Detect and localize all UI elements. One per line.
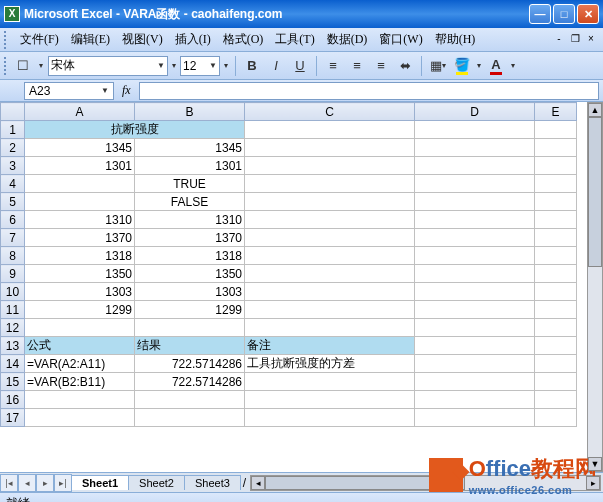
toolbar-button[interactable]: ☐ <box>12 55 34 77</box>
cell[interactable]: 结果 <box>135 337 245 355</box>
cell[interactable]: 抗断强度 <box>25 121 245 139</box>
column-header-c[interactable]: C <box>245 103 415 121</box>
row-header[interactable]: 4 <box>1 175 25 193</box>
cell[interactable] <box>415 391 535 409</box>
sheet-tab-3[interactable]: Sheet3 <box>184 475 241 490</box>
row-header[interactable]: 11 <box>1 301 25 319</box>
cell[interactable]: 722.5714286 <box>135 373 245 391</box>
toolbar-dropdown[interactable]: ▾ <box>475 55 483 77</box>
toolbar-handle[interactable] <box>4 57 10 75</box>
cell[interactable] <box>25 175 135 193</box>
cell[interactable] <box>535 211 577 229</box>
maximize-button[interactable]: □ <box>553 4 575 24</box>
vertical-scrollbar[interactable]: ▲ ▼ <box>587 102 603 472</box>
row-header[interactable]: 9 <box>1 265 25 283</box>
sheet-nav-first[interactable]: |◂ <box>0 474 18 492</box>
borders-button[interactable]: ▦▾ <box>427 55 449 77</box>
row-header[interactable]: 7 <box>1 229 25 247</box>
menu-edit[interactable]: 编辑(E) <box>65 29 116 50</box>
cell[interactable] <box>535 139 577 157</box>
toolbar-handle[interactable] <box>4 31 10 49</box>
cell[interactable]: =VAR(B2:B11) <box>25 373 135 391</box>
cell[interactable] <box>25 319 135 337</box>
scrollbar-thumb[interactable] <box>588 117 602 267</box>
cell[interactable]: 工具抗断强度的方差 <box>245 355 415 373</box>
cell[interactable] <box>415 373 535 391</box>
cell[interactable] <box>415 409 535 427</box>
cell[interactable] <box>245 247 415 265</box>
scroll-down-icon[interactable]: ▼ <box>588 457 602 471</box>
row-header[interactable]: 2 <box>1 139 25 157</box>
row-header[interactable]: 16 <box>1 391 25 409</box>
cell[interactable] <box>245 139 415 157</box>
italic-button[interactable]: I <box>265 55 287 77</box>
cell[interactable]: 1370 <box>135 229 245 247</box>
formula-bar[interactable] <box>139 82 599 100</box>
cell[interactable] <box>535 391 577 409</box>
cell[interactable]: 1299 <box>135 301 245 319</box>
row-header[interactable]: 13 <box>1 337 25 355</box>
cell[interactable] <box>245 157 415 175</box>
cell[interactable] <box>25 409 135 427</box>
merge-center-button[interactable]: ⬌ <box>394 55 416 77</box>
sheet-nav-next[interactable]: ▸ <box>36 474 54 492</box>
cell[interactable] <box>415 175 535 193</box>
column-header-a[interactable]: A <box>25 103 135 121</box>
column-header-d[interactable]: D <box>415 103 535 121</box>
menu-data[interactable]: 数据(D) <box>321 29 374 50</box>
cell[interactable] <box>535 373 577 391</box>
cell[interactable] <box>25 391 135 409</box>
cell[interactable] <box>415 229 535 247</box>
cell[interactable]: 1370 <box>25 229 135 247</box>
cell[interactable] <box>535 193 577 211</box>
cell[interactable] <box>245 283 415 301</box>
doc-minimize-button[interactable]: - <box>552 33 566 47</box>
select-all-corner[interactable] <box>1 103 25 121</box>
cell[interactable] <box>135 391 245 409</box>
cell[interactable] <box>535 121 577 139</box>
cell[interactable] <box>245 301 415 319</box>
cell[interactable] <box>415 265 535 283</box>
cell[interactable] <box>535 283 577 301</box>
menu-view[interactable]: 视图(V) <box>116 29 169 50</box>
cell[interactable] <box>245 391 415 409</box>
fill-color-button[interactable]: 🪣 <box>451 55 473 77</box>
cell[interactable] <box>415 139 535 157</box>
menu-window[interactable]: 窗口(W) <box>373 29 428 50</box>
cell[interactable] <box>535 301 577 319</box>
toolbar-dropdown[interactable]: ▾ <box>509 55 517 77</box>
sheet-tab-1[interactable]: Sheet1 <box>71 475 129 490</box>
cell[interactable]: 722.5714286 <box>135 355 245 373</box>
cell[interactable]: 1310 <box>135 211 245 229</box>
row-header[interactable]: 10 <box>1 283 25 301</box>
cell[interactable] <box>245 373 415 391</box>
scrollbar-thumb[interactable] <box>265 476 465 490</box>
menu-insert[interactable]: 插入(I) <box>169 29 217 50</box>
row-header[interactable]: 8 <box>1 247 25 265</box>
cell[interactable]: 1301 <box>135 157 245 175</box>
font-name-select[interactable]: 宋体 ▼ <box>48 56 168 76</box>
cell[interactable] <box>535 265 577 283</box>
cell[interactable] <box>245 409 415 427</box>
cell[interactable] <box>415 283 535 301</box>
cell[interactable]: 1310 <box>25 211 135 229</box>
doc-close-button[interactable]: × <box>584 33 598 47</box>
cell[interactable]: 1301 <box>25 157 135 175</box>
cell[interactable]: 公式 <box>25 337 135 355</box>
minimize-button[interactable]: — <box>529 4 551 24</box>
cell[interactable]: 1350 <box>25 265 135 283</box>
bold-button[interactable]: B <box>241 55 263 77</box>
toolbar-dropdown[interactable]: ▾ <box>222 55 230 77</box>
scroll-up-icon[interactable]: ▲ <box>588 103 602 117</box>
cell[interactable]: 1345 <box>25 139 135 157</box>
row-header[interactable]: 17 <box>1 409 25 427</box>
cell[interactable]: 1345 <box>135 139 245 157</box>
cell[interactable] <box>415 301 535 319</box>
row-header[interactable]: 14 <box>1 355 25 373</box>
cell[interactable]: 1303 <box>25 283 135 301</box>
cell[interactable] <box>535 337 577 355</box>
cell[interactable] <box>535 229 577 247</box>
cell[interactable] <box>535 175 577 193</box>
toolbar-dropdown[interactable]: ▾ <box>170 55 178 77</box>
row-header[interactable]: 6 <box>1 211 25 229</box>
